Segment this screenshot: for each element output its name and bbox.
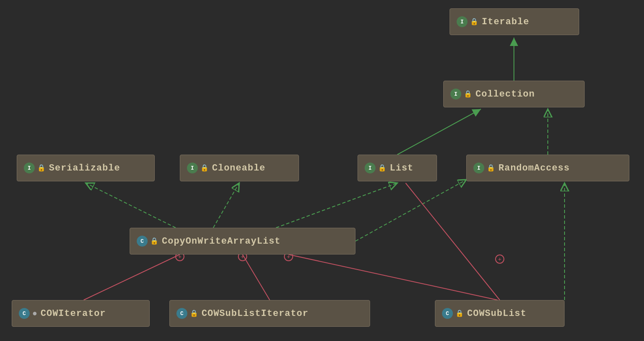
svg-line-3: [397, 109, 481, 155]
label-collection: Collection: [475, 89, 535, 99]
node-cowsublist[interactable]: C 🔒 COWSubList: [435, 300, 565, 327]
modifier-serializable: 🔒: [37, 164, 46, 172]
label-cowsublist: COWSubList: [467, 308, 526, 319]
svg-line-9: [406, 183, 500, 300]
node-cowsublistiterator[interactable]: C 🔒 COWSubListIterator: [169, 300, 370, 327]
icon-cloneable: I: [187, 163, 198, 173]
svg-point-10: [496, 255, 504, 263]
modifier-randomaccess: 🔒: [487, 164, 495, 172]
modifier-iterable: 🔒: [470, 18, 478, 26]
svg-line-6: [213, 183, 239, 228]
label-cloneable: Cloneable: [212, 163, 266, 173]
icon-cowsublist: C: [442, 308, 453, 319]
svg-line-13: [84, 254, 180, 300]
node-collection[interactable]: I 🔒 Collection: [443, 81, 585, 107]
modifier-cowsublistiterator: 🔒: [190, 309, 198, 318]
label-cowiterator: COWIterator: [41, 308, 106, 319]
label-list: List: [390, 163, 414, 173]
svg-line-16: [243, 254, 270, 300]
icon-list: I: [365, 163, 376, 173]
icon-cowiterator: C: [19, 308, 30, 319]
svg-line-8: [355, 180, 466, 241]
label-copyonwritearraylist: CopyOnWriteArrayList: [162, 236, 281, 247]
node-iterable[interactable]: I 🔒 Iterable: [450, 8, 579, 35]
icon-cowsublistiterator: C: [176, 308, 187, 319]
node-serializable[interactable]: I 🔒 Serializable: [17, 155, 155, 181]
svg-text:+: +: [178, 254, 181, 260]
icon-serializable: I: [24, 163, 35, 173]
modifier-list: 🔒: [378, 164, 386, 172]
node-copyonwritearraylist[interactable]: C 🔒 CopyOnWriteArrayList: [130, 228, 355, 254]
svg-text:+: +: [241, 254, 244, 260]
icon-randomaccess: I: [473, 163, 484, 173]
label-randomaccess: RandomAccess: [498, 163, 570, 173]
diagram-container: + + + + I 🔒 Iterable I 🔒 Collection I 🔒 …: [0, 0, 644, 341]
icon-copyonwritearraylist: C: [137, 236, 148, 247]
svg-line-5: [86, 183, 176, 228]
node-cloneable[interactable]: I 🔒 Cloneable: [180, 155, 299, 181]
svg-text:+: +: [498, 256, 501, 263]
label-iterable: Iterable: [482, 17, 529, 27]
icon-collection: I: [450, 89, 461, 99]
node-cowiterator[interactable]: C ● COWIterator: [12, 300, 150, 327]
svg-line-19: [289, 254, 498, 300]
node-randomaccess[interactable]: I 🔒 RandomAccess: [466, 155, 629, 181]
modifier-collection: 🔒: [464, 90, 472, 98]
label-cowsublistiterator: COWSubListIterator: [202, 308, 309, 319]
modifier-cloneable: 🔒: [200, 164, 209, 172]
modifier-copyonwritearraylist: 🔒: [150, 237, 158, 245]
icon-iterable: I: [457, 16, 468, 27]
label-serializable: Serializable: [49, 163, 120, 173]
svg-line-7: [276, 183, 397, 228]
modifier-cowsublist: 🔒: [455, 309, 464, 318]
modifier-cowiterator: ●: [32, 309, 37, 318]
svg-text:+: +: [287, 254, 290, 260]
node-list[interactable]: I 🔒 List: [358, 155, 437, 181]
